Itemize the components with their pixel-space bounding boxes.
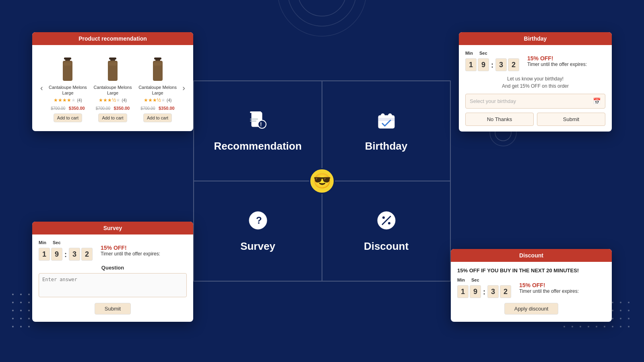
product-nav-prev[interactable]: ‹ xyxy=(39,82,45,94)
svg-text:?: ? xyxy=(256,215,262,226)
birthday-digit-3: 3 xyxy=(495,58,507,71)
survey-popup-header: Survey xyxy=(32,222,193,234)
discount-min-label: Min xyxy=(457,278,465,282)
add-to-cart-btn-2[interactable]: Add to cart xyxy=(98,113,127,122)
product-popup-header: Product recommendation xyxy=(32,32,193,45)
svg-point-13 xyxy=(381,114,384,117)
discount-offer-percent: 15% OFF! xyxy=(519,282,579,288)
product-name-1: Cantaloupe Melons Large xyxy=(48,84,88,96)
discount-icon xyxy=(376,210,397,235)
birthday-submit-button[interactable]: Submit xyxy=(537,113,605,126)
apply-discount-button[interactable]: Apply discount xyxy=(504,303,559,315)
birthday-input-placeholder: Select your birthday xyxy=(470,98,593,104)
product-old-price-2: $700.00 xyxy=(96,106,110,111)
product-name-2: Cantaloupe Melons Large xyxy=(93,84,133,96)
svg-rect-10 xyxy=(250,121,256,121)
grid-cell-discount[interactable]: Discount xyxy=(322,181,450,281)
discount-popup-header: Discount xyxy=(451,249,612,262)
product-prices-1: $700.00 $350.00 xyxy=(48,104,88,111)
birthday-input-row[interactable]: Select your birthday 📅 xyxy=(465,94,605,109)
birthday-icon xyxy=(376,110,397,135)
grid-cell-recommendation[interactable]: ! Recommendation xyxy=(194,81,322,181)
svg-rect-9 xyxy=(250,119,258,119)
birthday-offer-percent: 15% OFF! xyxy=(527,55,587,62)
product-name-3: Cantaloupe Melons Large xyxy=(138,84,178,96)
product-prices-2: $700.00 $350.00 xyxy=(93,104,133,111)
survey-icon: ? xyxy=(248,210,268,235)
birthday-info-text: Let us know your birthday! And get 15% O… xyxy=(465,75,605,90)
discount-digit-2: 9 xyxy=(470,285,481,298)
recommendation-icon: ! xyxy=(248,110,268,135)
discount-digit-1: 1 xyxy=(457,285,469,298)
product-stars-3: ★★★½★ (4) xyxy=(138,97,178,103)
svg-point-6 xyxy=(258,120,266,128)
svg-rect-30 xyxy=(154,58,161,60)
birthday-timer-row: Min Sec 1 9 : 3 2 15% OFF! Timer until t… xyxy=(465,51,605,71)
center-emoji: 😎 xyxy=(309,168,335,194)
product-image-1 xyxy=(58,54,78,82)
product-stars-2: ★★★½★ (4) xyxy=(93,97,133,103)
product-nav-next[interactable]: › xyxy=(181,82,187,94)
svg-rect-24 xyxy=(64,62,72,66)
discount-label: Discount xyxy=(364,240,409,253)
add-to-cart-btn-1[interactable]: Add to cart xyxy=(54,113,82,122)
question-label: Question xyxy=(39,265,187,271)
discount-timer-row: Min Sec 1 9 : 3 2 15% OFF! Timer until t… xyxy=(457,278,605,298)
svg-point-20 xyxy=(388,222,390,224)
svg-point-0 xyxy=(298,0,346,16)
survey-timer-row: Min Sec 1 9 : 3 2 15% OFF! Timer until t… xyxy=(39,240,187,261)
svg-rect-8 xyxy=(250,111,261,113)
birthday-digit-1: 1 xyxy=(465,58,477,71)
add-to-cart-btn-3[interactable]: Add to cart xyxy=(143,113,172,122)
product-image-3 xyxy=(148,54,168,82)
birthday-sec-label: Sec xyxy=(479,51,487,56)
survey-offer-text: Timer until the offer expires: xyxy=(101,251,160,257)
product-item-2: Cantaloupe Melons Large ★★★½★ (4) $700.0… xyxy=(91,51,134,125)
birthday-offer-text: Timer until the offer expires: xyxy=(527,62,587,67)
discount-popup: Discount 15% OFF IF YOU BUY IN THE NEXT … xyxy=(451,249,612,322)
product-image-2 xyxy=(103,54,123,82)
birthday-buttons: No Thanks Submit xyxy=(465,113,605,126)
discount-digit-4: 2 xyxy=(500,285,511,298)
survey-label: Survey xyxy=(240,240,275,253)
no-thanks-button[interactable]: No Thanks xyxy=(465,113,534,126)
birthday-timer-colon: : xyxy=(491,61,493,70)
birthday-min-label: Min xyxy=(465,51,473,56)
birthday-popup-header: Birthday xyxy=(459,32,612,45)
product-item-3: Cantaloupe Melons Large ★★★½★ (4) $700.0… xyxy=(136,51,180,125)
discount-headline: 15% OFF IF YOU BUY IN THE NEXT 20 MINUTE… xyxy=(457,267,605,274)
svg-rect-32 xyxy=(154,62,162,66)
svg-point-14 xyxy=(388,114,392,117)
survey-submit-button[interactable]: Submit xyxy=(95,303,131,315)
survey-digit-3: 3 xyxy=(69,248,80,261)
bg-circles-top xyxy=(278,0,366,56)
birthday-label: Birthday xyxy=(365,140,407,152)
survey-timer-colon: : xyxy=(64,251,67,259)
svg-rect-26 xyxy=(109,58,116,60)
product-new-price-3: $350.00 xyxy=(159,106,175,111)
svg-point-19 xyxy=(382,216,385,219)
product-stars-1: ★★★★★ (4) xyxy=(48,97,88,103)
svg-rect-11 xyxy=(378,115,394,128)
birthday-popup: Birthday Min Sec 1 9 : 3 2 15% OFF! Time… xyxy=(459,32,612,132)
survey-digit-2: 9 xyxy=(51,248,62,261)
survey-digit-1: 1 xyxy=(39,248,50,261)
svg-text:!: ! xyxy=(260,121,262,128)
products-row: ‹ Cantaloupe Melons Large ★★★★★ (4) $700… xyxy=(39,51,187,125)
grid-cell-birthday[interactable]: Birthday xyxy=(322,81,450,181)
discount-sec-label: Sec xyxy=(471,278,479,282)
grid-cell-survey[interactable]: ? Survey xyxy=(194,181,322,281)
discount-timer-colon: : xyxy=(483,288,485,296)
calendar-icon: 📅 xyxy=(593,97,601,105)
discount-offer-text: Timer until the offer expires: xyxy=(519,288,579,294)
svg-point-2 xyxy=(278,0,366,36)
survey-answer-input[interactable] xyxy=(39,273,187,297)
product-old-price-3: $700.00 xyxy=(140,106,155,111)
product-new-price-1: $350.00 xyxy=(69,106,85,111)
svg-rect-22 xyxy=(64,58,71,60)
recommendation-label: Recommendation xyxy=(214,140,301,152)
survey-digit-4: 2 xyxy=(81,248,93,261)
product-old-price-1: $700.00 xyxy=(51,106,65,111)
svg-rect-12 xyxy=(378,118,394,121)
discount-digit-3: 3 xyxy=(487,285,499,298)
